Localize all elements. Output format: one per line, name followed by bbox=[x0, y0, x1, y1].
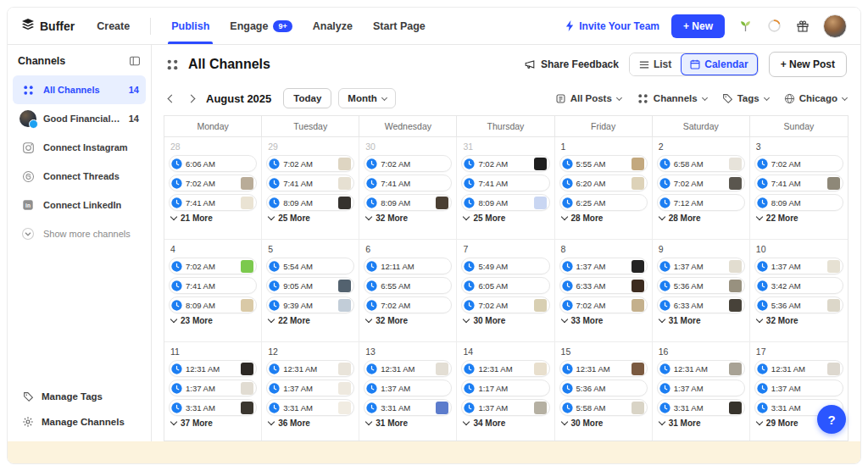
scheduled-post[interactable]: 7:41 AM bbox=[169, 194, 257, 211]
more-posts-link[interactable]: 25 More bbox=[464, 213, 549, 223]
scheduled-post[interactable]: 6:55 AM bbox=[364, 277, 452, 294]
scheduled-post[interactable]: 7:41 AM bbox=[364, 175, 452, 191]
scheduled-post[interactable]: 1:37 AM bbox=[364, 380, 452, 396]
nav-tab-analyze[interactable]: Analyze bbox=[313, 8, 353, 44]
scheduled-post[interactable]: 8:09 AM bbox=[266, 194, 354, 211]
more-posts-link[interactable]: 36 More bbox=[269, 418, 354, 428]
user-avatar[interactable] bbox=[823, 14, 847, 38]
calendar-day-cell[interactable]: 1612:31 AM1:37 AM3:31 AM31 More bbox=[653, 342, 750, 441]
calendar-day-cell[interactable]: 47:02 AM7:41 AM8:09 AM23 More bbox=[164, 240, 262, 342]
invite-team-link[interactable]: Invite Your Team bbox=[565, 20, 659, 32]
scheduled-post[interactable]: 8:09 AM bbox=[169, 296, 257, 313]
calendar-day-cell[interactable]: 286:06 AM7:02 AM7:41 AM21 More bbox=[164, 137, 262, 240]
calendar-day-cell[interactable]: 101:37 AM3:42 AM5:36 AM32 More bbox=[750, 240, 848, 342]
plant-icon[interactable] bbox=[737, 18, 754, 35]
scheduled-post[interactable]: 5:55 AM bbox=[559, 155, 648, 172]
scheduled-post[interactable]: 5:54 AM bbox=[266, 258, 354, 274]
filter-channels[interactable]: Channels bbox=[637, 92, 707, 105]
scheduled-post[interactable]: 12:31 AM bbox=[754, 360, 843, 377]
calendar-day-cell[interactable]: 317:02 AM7:41 AM8:09 AM25 More bbox=[457, 137, 554, 240]
scheduled-post[interactable]: 8:09 AM bbox=[461, 194, 549, 211]
calendar-day-cell[interactable]: 37:02 AM7:41 AM8:09 AM22 More bbox=[750, 137, 848, 240]
more-posts-link[interactable]: 31 More bbox=[659, 418, 745, 428]
calendar-day-cell[interactable]: 612:11 AM6:55 AM7:02 AM32 More bbox=[359, 240, 457, 342]
more-posts-link[interactable]: 22 More bbox=[269, 316, 354, 325]
scheduled-post[interactable]: 5:36 AM bbox=[754, 296, 843, 313]
gift-icon[interactable] bbox=[794, 18, 811, 35]
more-posts-link[interactable]: 25 More bbox=[269, 213, 354, 223]
next-month-button[interactable] bbox=[185, 92, 198, 105]
buffer-logo[interactable]: Buffer bbox=[21, 18, 75, 35]
calendar-day-cell[interactable]: 1312:31 AM1:37 AM3:31 AM31 More bbox=[359, 342, 457, 441]
calendar-day-cell[interactable]: 307:02 AM7:41 AM8:09 AM32 More bbox=[359, 137, 457, 240]
more-posts-link[interactable]: 28 More bbox=[659, 213, 745, 223]
more-posts-link[interactable]: 34 More bbox=[464, 418, 549, 428]
more-posts-link[interactable]: 32 More bbox=[366, 316, 452, 325]
scheduled-post[interactable]: 7:02 AM bbox=[364, 155, 452, 172]
more-posts-link[interactable]: 28 More bbox=[562, 213, 648, 223]
scheduled-post[interactable]: 6:33 AM bbox=[559, 277, 648, 294]
scheduled-post[interactable]: 8:09 AM bbox=[364, 194, 452, 211]
scheduled-post[interactable]: 3:31 AM bbox=[266, 399, 354, 416]
scheduled-post[interactable]: 3:31 AM bbox=[364, 399, 452, 416]
scheduled-post[interactable]: 5:49 AM bbox=[461, 258, 549, 274]
scheduled-post[interactable]: 5:36 AM bbox=[657, 277, 745, 294]
nav-tab-create[interactable]: Create bbox=[97, 8, 130, 44]
more-posts-link[interactable]: 32 More bbox=[366, 213, 452, 223]
scheduled-post[interactable]: 7:41 AM bbox=[461, 175, 549, 191]
scheduled-post[interactable]: 7:02 AM bbox=[559, 296, 648, 313]
scheduled-post[interactable]: 12:31 AM bbox=[364, 360, 452, 377]
calendar-day-cell[interactable]: 75:49 AM6:05 AM7:02 AM30 More bbox=[457, 240, 554, 342]
more-posts-link[interactable]: 22 More bbox=[757, 213, 843, 223]
new-post-button[interactable]: + New Post bbox=[769, 52, 847, 77]
filter-tags[interactable]: Tags bbox=[722, 93, 769, 104]
sidebar-item-connect-threads[interactable]: Connect Threads bbox=[13, 162, 146, 191]
scheduled-post[interactable]: 7:02 AM bbox=[461, 155, 549, 172]
scheduled-post[interactable]: 7:02 AM bbox=[169, 175, 257, 191]
more-posts-link[interactable]: 32 More bbox=[757, 316, 843, 325]
nav-tab-start-page[interactable]: Start Page bbox=[373, 8, 426, 44]
scheduled-post[interactable]: 1:37 AM bbox=[266, 380, 354, 396]
scheduled-post[interactable]: 3:31 AM bbox=[169, 399, 257, 416]
more-posts-link[interactable]: 23 More bbox=[171, 316, 257, 325]
prev-month-button[interactable] bbox=[165, 92, 178, 105]
help-button[interactable]: ? bbox=[817, 405, 846, 434]
scheduled-post[interactable]: 8:09 AM bbox=[754, 194, 843, 211]
granularity-select[interactable]: Month bbox=[338, 88, 395, 108]
scheduled-post[interactable]: 12:31 AM bbox=[169, 360, 257, 377]
scheduled-post[interactable]: 5:36 AM bbox=[559, 380, 648, 396]
manage-channels-button[interactable]: Manage Channels bbox=[8, 409, 151, 435]
calendar-day-cell[interactable]: 91:37 AM5:36 AM6:33 AM31 More bbox=[653, 240, 750, 342]
new-button[interactable]: + New bbox=[671, 14, 725, 38]
nav-tab-engage[interactable]: Engage9+ bbox=[230, 8, 292, 44]
scheduled-post[interactable]: 7:02 AM bbox=[266, 155, 354, 172]
calendar-view-button[interactable]: Calendar bbox=[681, 53, 757, 75]
scheduled-post[interactable]: 12:31 AM bbox=[657, 360, 745, 377]
more-posts-link[interactable]: 21 More bbox=[171, 213, 257, 223]
calendar-day-cell[interactable]: 81:37 AM6:33 AM7:02 AM33 More bbox=[555, 240, 653, 342]
filter-chicago[interactable]: Chicago bbox=[784, 93, 847, 104]
more-posts-link[interactable]: 30 More bbox=[464, 316, 549, 325]
scheduled-post[interactable]: 7:02 AM bbox=[364, 296, 452, 313]
scheduled-post[interactable]: 1:37 AM bbox=[657, 380, 745, 396]
scheduled-post[interactable]: 7:02 AM bbox=[657, 175, 745, 191]
scheduled-post[interactable]: 6:33 AM bbox=[657, 296, 745, 313]
more-posts-link[interactable]: 31 More bbox=[659, 316, 745, 325]
sidebar-item-show-more-channels[interactable]: Show more channels bbox=[13, 219, 146, 248]
scheduled-post[interactable]: 7:02 AM bbox=[169, 258, 257, 274]
scheduled-post[interactable]: 6:20 AM bbox=[559, 175, 648, 191]
calendar-day-cell[interactable]: 1112:31 AM1:37 AM3:31 AM37 More bbox=[164, 342, 262, 441]
scheduled-post[interactable]: 7:12 AM bbox=[657, 194, 745, 211]
scheduled-post[interactable]: 1:37 AM bbox=[461, 399, 549, 416]
more-posts-link[interactable]: 30 More bbox=[562, 418, 648, 428]
scheduled-post[interactable]: 6:25 AM bbox=[559, 194, 648, 211]
scheduled-post[interactable]: 9:05 AM bbox=[266, 277, 354, 294]
scheduled-post[interactable]: 1:37 AM bbox=[754, 258, 843, 274]
today-button[interactable]: Today bbox=[283, 88, 331, 108]
calendar-day-cell[interactable]: 1212:31 AM1:37 AM3:31 AM36 More bbox=[262, 342, 359, 441]
scheduled-post[interactable]: 1:17 AM bbox=[461, 380, 549, 396]
progress-ring-icon[interactable] bbox=[765, 18, 782, 35]
sidebar-item-good-financial-cents[interactable]: Good Financial Cents14 bbox=[13, 104, 146, 133]
scheduled-post[interactable]: 1:37 AM bbox=[657, 258, 745, 274]
calendar-day-cell[interactable]: 1512:31 AM5:36 AM5:58 AM30 More bbox=[555, 342, 653, 441]
